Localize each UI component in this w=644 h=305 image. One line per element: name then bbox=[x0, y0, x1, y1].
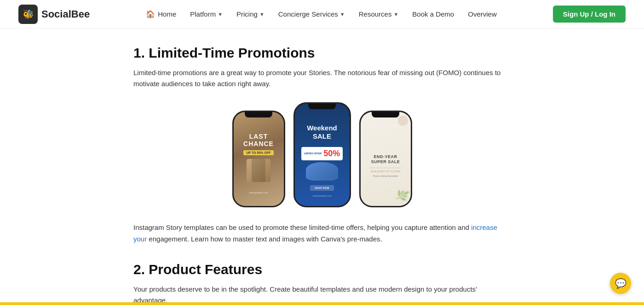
chat-icon: 💬 bbox=[615, 278, 627, 289]
section1-description: Limited-time promotions are a great way … bbox=[133, 67, 501, 89]
nav-platform[interactable]: Platform ▼ bbox=[184, 6, 228, 22]
phone-mockup-1: LAST CHANCE UP TO 50% OFF reallygreatsit… bbox=[232, 111, 285, 207]
bottom-bar bbox=[0, 302, 644, 305]
phones-row-1: LAST CHANCE UP TO 50% OFF reallygreatsit… bbox=[133, 102, 511, 207]
main-content: 1. Limited-Time Promotions Limited-time … bbox=[115, 29, 529, 305]
phone1-badge: UP TO 50% OFF bbox=[243, 150, 273, 155]
nav-home[interactable]: 🏠 Home bbox=[140, 6, 182, 22]
phone3-title1: END-YEAR bbox=[374, 154, 397, 160]
nav-overview-label: Overview bbox=[468, 10, 497, 18]
resources-chevron: ▼ bbox=[393, 12, 398, 17]
phone-mockup-2: WeekendSALE LIMITED OFFER 50% SHOP NOW r… bbox=[293, 102, 351, 207]
phone3-circle-decor bbox=[398, 116, 408, 126]
nav-concierge[interactable]: Concierge Services ▼ bbox=[273, 6, 351, 22]
phone1-url: reallygreatsite.com bbox=[249, 191, 268, 194]
concierge-chevron: ▼ bbox=[340, 12, 345, 17]
nav-pricing-label: Pricing bbox=[236, 10, 258, 18]
phone2-limited-offer: LIMITED OFFER 50% bbox=[301, 147, 343, 160]
home-icon: 🏠 bbox=[146, 10, 155, 18]
nav-links: 🏠 Home Platform ▼ Pricing ▼ Concierge Se… bbox=[140, 6, 502, 22]
phone2-title: WeekendSALE bbox=[307, 124, 337, 141]
nav-book-demo[interactable]: Book a Demo bbox=[407, 6, 460, 22]
phone-1-content: LAST CHANCE UP TO 50% OFF reallygreatsit… bbox=[243, 124, 274, 194]
pricing-chevron: ▼ bbox=[259, 12, 264, 17]
platform-chevron: ▼ bbox=[218, 12, 223, 17]
phone3-promo: Promo during December bbox=[373, 175, 398, 177]
phone-2-screen: WeekendSALE LIMITED OFFER 50% SHOP NOW r… bbox=[295, 104, 350, 206]
nav-pricing[interactable]: Pricing ▼ bbox=[231, 6, 270, 22]
nav-resources-label: Resources bbox=[359, 10, 392, 18]
body-text-after-link: engagement. Learn how to master text and… bbox=[147, 235, 382, 243]
nav-book-demo-label: Book a Demo bbox=[412, 10, 454, 18]
phone1-text: LAST CHANCE bbox=[243, 133, 274, 147]
nav-concierge-label: Concierge Services bbox=[278, 10, 338, 18]
phone2-cta: SHOP NOW bbox=[310, 185, 334, 191]
phone-mockup-3: END-YEAR SUPER SALE DISCOUNT UP TO 50% P… bbox=[359, 111, 412, 207]
phone3-title2: SUPER SALE bbox=[371, 159, 400, 164]
phone-1-screen: LAST CHANCE UP TO 50% OFF reallygreatsit… bbox=[234, 112, 284, 206]
section2-heading: 2. Product Features bbox=[133, 262, 511, 277]
logo-text: SocialBee bbox=[41, 8, 90, 20]
phone2-url: reallygreatsite.com bbox=[312, 194, 332, 197]
nav-home-label: Home bbox=[158, 10, 176, 18]
logo-icon bbox=[18, 5, 38, 24]
body-text-before-link: Instagram Story templates can be used to… bbox=[133, 223, 471, 231]
navbar: SocialBee 🏠 Home Platform ▼ Pricing ▼ Co… bbox=[0, 0, 644, 29]
nav-platform-label: Platform bbox=[190, 10, 216, 18]
phone-3-screen: END-YEAR SUPER SALE DISCOUNT UP TO 50% P… bbox=[361, 112, 411, 206]
chat-button[interactable]: 💬 bbox=[610, 273, 631, 294]
nav-resources[interactable]: Resources ▼ bbox=[353, 6, 404, 22]
nav-overview[interactable]: Overview bbox=[462, 6, 502, 22]
section1-heading: 1. Limited-Time Promotions bbox=[133, 45, 511, 61]
phone3-discount: DISCOUNT UP TO 50% bbox=[369, 168, 402, 173]
logo[interactable]: SocialBee bbox=[18, 5, 90, 24]
signup-button[interactable]: Sign Up / Log In bbox=[553, 6, 626, 23]
section1-body: Instagram Story templates can be used to… bbox=[133, 222, 511, 245]
phone2-shoe bbox=[306, 162, 338, 181]
phone3-leaf-decor: 🌿 bbox=[394, 188, 410, 203]
